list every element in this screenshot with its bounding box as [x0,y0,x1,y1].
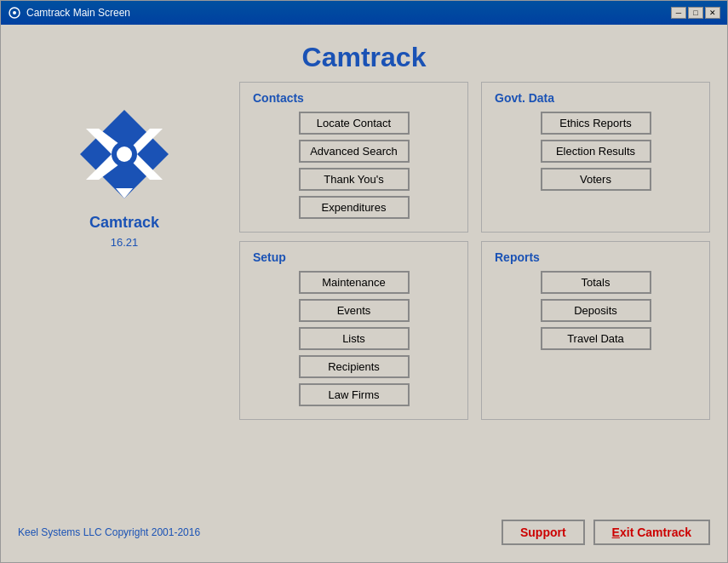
bottom-bar: Keel Systems LLC Copyright 2001-2016 Sup… [18,515,710,545]
setup-buttons: Maintenance Events Lists Recipients Law … [253,271,455,406]
logo-container: Camtrack 16.21 [69,99,180,249]
svg-point-1 [13,11,16,14]
action-buttons: Support Exit Camtrack [502,520,710,545]
title-bar: Camtrack Main Screen ─ □ ✕ [1,1,727,25]
expenditures-button[interactable]: Expenditures [299,196,410,219]
copyright-text: Keel Systems LLC Copyright 2001-2016 [18,526,200,538]
advanced-search-button[interactable]: Advanced Search [299,140,410,163]
contacts-title: Contacts [253,91,455,105]
travel-data-button[interactable]: Travel Data [541,327,651,350]
camtrack-logo [69,99,180,210]
thank-yous-button[interactable]: Thank You's [299,168,410,191]
contacts-panel: Contacts Locate Contact Advanced Search … [239,82,468,233]
setup-panel: Setup Maintenance Events Lists Recipient… [239,241,468,420]
contacts-buttons: Locate Contact Advanced Search Thank You… [253,112,455,219]
totals-button[interactable]: Totals [541,271,651,294]
ethics-reports-button[interactable]: Ethics Reports [541,112,651,135]
top-panels-row: Contacts Locate Contact Advanced Search … [239,82,710,233]
close-button[interactable]: ✕ [705,7,720,19]
maintenance-button[interactable]: Maintenance [299,271,410,294]
support-button[interactable]: Support [502,520,585,545]
recipients-button[interactable]: Recipients [299,355,410,378]
minimize-button[interactable]: ─ [671,7,686,19]
logo-version: 16.21 [111,236,139,249]
events-button[interactable]: Events [299,299,410,322]
maximize-button[interactable]: □ [688,7,703,19]
app-title: Camtrack [18,42,710,73]
locate-contact-button[interactable]: Locate Contact [299,112,410,135]
main-window: Camtrack Main Screen ─ □ ✕ Camtrack [0,0,728,563]
bottom-panels-row: Setup Maintenance Events Lists Recipient… [239,241,710,420]
law-firms-button[interactable]: Law Firms [299,383,410,406]
app-icon [8,6,21,20]
govt-data-panel: Govt. Data Ethics Reports Election Resul… [481,82,710,233]
title-bar-text: Camtrack Main Screen [26,7,666,19]
election-results-button[interactable]: Election Results [541,140,651,163]
reports-panel: Reports Totals Deposits Travel Data [481,241,710,420]
govt-data-buttons: Ethics Reports Election Results Voters [495,112,696,191]
setup-title: Setup [253,250,455,264]
main-area: Camtrack 16.21 Contacts Locate Contact A… [18,82,710,515]
lists-button[interactable]: Lists [299,327,410,350]
voters-button[interactable]: Voters [541,168,651,191]
title-bar-controls: ─ □ ✕ [671,7,720,19]
svg-point-3 [117,146,132,162]
govt-data-title: Govt. Data [495,91,696,105]
logo-label: Camtrack [89,214,159,232]
content-area: Camtrack [1,25,727,562]
exit-button[interactable]: Exit Camtrack [593,520,710,545]
deposits-button[interactable]: Deposits [541,299,651,322]
left-panel: Camtrack 16.21 [18,82,231,515]
reports-title: Reports [495,250,696,264]
reports-buttons: Totals Deposits Travel Data [495,271,696,350]
right-panel: Contacts Locate Contact Advanced Search … [239,82,710,515]
